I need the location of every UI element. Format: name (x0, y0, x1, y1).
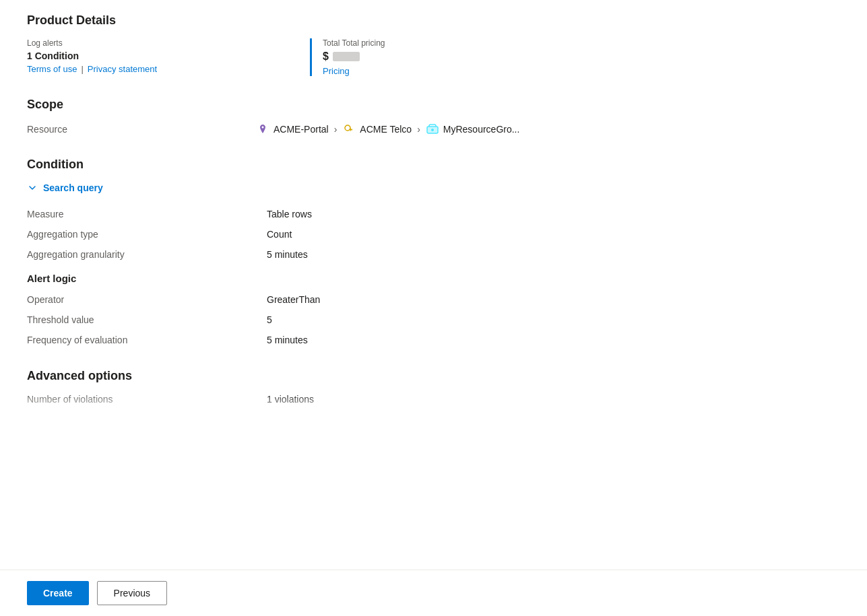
breadcrumb-sep-2: › (417, 124, 420, 135)
aggregation-granularity-label: Aggregation granularity (27, 247, 256, 262)
product-col-right: Total Total pricing $ Pricing (310, 38, 385, 76)
privacy-statement-link[interactable]: Privacy statement (88, 64, 157, 74)
resource-row: Resource ACME-Portal › (27, 123, 840, 136)
frequency-value: 5 minutes (267, 333, 840, 347)
advanced-options-partial: Number of violations 1 violations (27, 394, 840, 413)
measure-label: Measure (27, 207, 256, 221)
pricing-link[interactable]: Pricing (323, 66, 350, 76)
create-button[interactable]: Create (27, 581, 89, 605)
bottom-bar: Create Previous (0, 570, 867, 616)
total-pricing-label: Total Total pricing (323, 38, 385, 48)
product-links-row: Terms of use | Privacy statement (27, 64, 256, 74)
advanced-options-grid: Number of violations 1 violations (27, 394, 840, 405)
terms-of-use-link[interactable]: Terms of use (27, 64, 77, 74)
measure-value: Table rows (267, 207, 840, 221)
resource-group-icon (426, 123, 439, 136)
breadcrumb-sep-1: › (334, 124, 338, 135)
condition-count: 1 Condition (27, 50, 256, 61)
chevron-down-icon (27, 182, 38, 193)
condition-section: Condition Search query Measure Table row… (27, 158, 840, 347)
acme-telco-icon (342, 123, 356, 136)
price-symbol: $ (323, 50, 329, 63)
operator-label: Operator (27, 292, 256, 307)
price-row: $ (323, 50, 385, 63)
threshold-label: Threshold value (27, 312, 256, 327)
operator-value: GreaterThan (267, 292, 840, 307)
frequency-label: Frequency of evaluation (27, 333, 256, 347)
product-details-title: Product Details (27, 13, 840, 28)
product-col-left: Log alerts 1 Condition Terms of use | Pr… (27, 38, 256, 74)
advanced-options-title: Advanced options (27, 369, 840, 383)
price-value-blurred (333, 52, 360, 61)
previous-button[interactable]: Previous (97, 581, 167, 605)
aggregation-type-label: Aggregation type (27, 227, 256, 242)
acme-portal-label: ACME-Portal (274, 124, 329, 135)
alert-logic-title: Alert logic (27, 273, 840, 284)
link-separator: | (81, 64, 83, 74)
condition-title: Condition (27, 158, 840, 172)
number-of-violations-label: Number of violations (27, 394, 256, 405)
svg-point-6 (431, 129, 434, 131)
log-alerts-label: Log alerts (27, 38, 256, 48)
aggregation-type-value: Count (267, 227, 840, 242)
breadcrumb-chain: ACME-Portal › ACME Telco › (256, 123, 519, 136)
number-of-violations-value: 1 violations (267, 394, 840, 405)
breadcrumb-item-acme-portal: ACME-Portal (256, 123, 329, 136)
acme-telco-label: ACME Telco (360, 124, 412, 135)
aggregation-granularity-value: 5 minutes (267, 247, 840, 262)
breadcrumb-item-resource-group: MyResourceGro... (426, 123, 520, 136)
scope-title: Scope (27, 98, 840, 112)
alert-logic-grid: Operator GreaterThan Threshold value 5 F… (27, 292, 840, 347)
acme-portal-icon (256, 123, 269, 136)
resource-group-label: MyResourceGro... (443, 124, 520, 135)
search-query-toggle[interactable]: Search query (27, 182, 840, 193)
resource-label: Resource (27, 124, 256, 135)
threshold-value: 5 (267, 312, 840, 327)
product-details-section: Product Details Log alerts 1 Condition T… (27, 13, 840, 76)
svg-point-0 (345, 125, 350, 131)
scope-section: Scope Resource ACME-Portal › (27, 98, 840, 136)
advanced-options-section: Advanced options Number of violations 1 … (27, 369, 840, 413)
breadcrumb-item-acme-telco: ACME Telco (342, 123, 412, 136)
condition-details-grid: Measure Table rows Aggregation type Coun… (27, 207, 840, 262)
search-query-label: Search query (43, 182, 103, 193)
